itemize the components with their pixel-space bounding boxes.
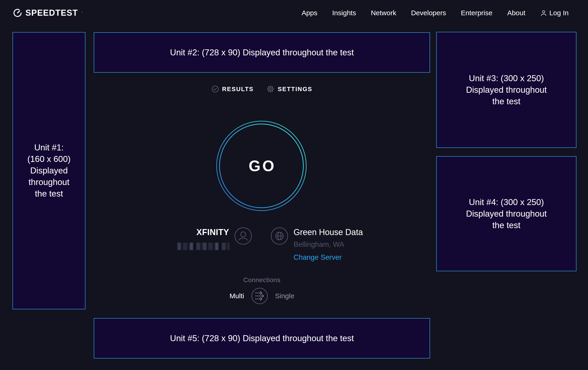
logo-trademark: ’	[82, 11, 83, 15]
globe-icon	[271, 227, 288, 245]
ad-text: the test	[492, 220, 520, 231]
nav-item-about[interactable]: About	[507, 9, 525, 17]
isp-user-icon	[234, 227, 252, 245]
ad-unit-1[interactable]: Unit #1: (160 x 600) Displayed throughou…	[12, 32, 85, 309]
tab-results[interactable]: RESULTS	[211, 85, 254, 93]
ad-text: the test	[492, 96, 520, 107]
nav-item-developers[interactable]: Developers	[411, 9, 446, 17]
main-nav: Apps Insights Network Developers Enterpr…	[302, 9, 569, 17]
ad-text: Displayed throughout	[466, 84, 547, 96]
server-texts: Green House Data Bellingham, WA Change S…	[294, 227, 363, 261]
server-block: Green House Data Bellingham, WA Change S…	[271, 227, 363, 261]
ad-text: Displayed	[30, 165, 68, 177]
connections-multi-option[interactable]: Multi	[230, 292, 244, 300]
nav-item-enterprise[interactable]: Enterprise	[461, 9, 492, 17]
ad-unit-2[interactable]: Unit #2: (728 x 90) Displayed throughout…	[94, 32, 430, 73]
connections-toggle-icon[interactable]	[251, 287, 268, 304]
nav-item-network[interactable]: Network	[371, 9, 396, 17]
ad-unit-4[interactable]: Unit #4: (300 x 250) Displayed throughou…	[436, 156, 577, 271]
tab-settings[interactable]: SETTINGS	[266, 85, 312, 93]
logo-wordmark: SPEEDTEST	[25, 8, 78, 18]
redacted-ip-address	[177, 243, 229, 250]
gear-icon	[266, 85, 274, 93]
ad-text: Unit #2: (728 x 90) Displayed throughout…	[170, 47, 354, 58]
speedtest-page: SPEEDTEST’ Apps Insights Network Develop…	[0, 0, 588, 370]
ad-text: Displayed throughout	[466, 208, 547, 220]
tab-results-label: RESULTS	[222, 86, 254, 93]
ad-text: Unit #3: (300 x 250)	[469, 73, 544, 84]
nav-item-insights[interactable]: Insights	[332, 9, 356, 17]
nav-item-apps[interactable]: Apps	[302, 9, 317, 17]
login-button[interactable]: Log In	[540, 9, 569, 17]
change-server-link[interactable]: Change Server	[294, 253, 342, 261]
ad-unit-3[interactable]: Unit #3: (300 x 250) Displayed throughou…	[436, 32, 577, 148]
tab-settings-label: SETTINGS	[278, 86, 312, 93]
top-nav-bar: SPEEDTEST’ Apps Insights Network Develop…	[0, 0, 588, 26]
ad-unit-5[interactable]: Unit #5: (728 x 90) Displayed throughout…	[94, 318, 430, 359]
isp-name: XFINITY	[196, 228, 229, 237]
ad-text: Unit #1:	[34, 142, 64, 153]
speedtest-logo[interactable]: SPEEDTEST’	[13, 8, 83, 18]
connections-row: Multi Single	[94, 287, 430, 304]
ad-text: the test	[35, 188, 63, 200]
server-name: Green House Data	[294, 228, 363, 237]
check-circle-icon	[211, 85, 219, 93]
ad-text: Unit #5: (728 x 90) Displayed throughout…	[170, 333, 354, 344]
isp-texts: XFINITY	[177, 227, 229, 250]
user-icon	[540, 10, 547, 16]
go-label: GO	[216, 121, 307, 211]
connections-label: Connections	[94, 276, 430, 284]
ad-text: (160 x 600)	[27, 153, 70, 165]
tabs-row: RESULTS	[94, 83, 430, 95]
isp-block: XFINITY	[148, 227, 252, 250]
connections-single-option[interactable]: Single	[275, 292, 294, 300]
go-button[interactable]: GO	[216, 121, 307, 211]
speedometer-gauge-icon	[13, 8, 22, 18]
login-label: Log In	[549, 9, 569, 17]
ad-text: Unit #4: (300 x 250)	[469, 197, 544, 208]
ad-text: throughout	[29, 177, 70, 188]
server-location: Bellingham, WA	[294, 240, 344, 249]
